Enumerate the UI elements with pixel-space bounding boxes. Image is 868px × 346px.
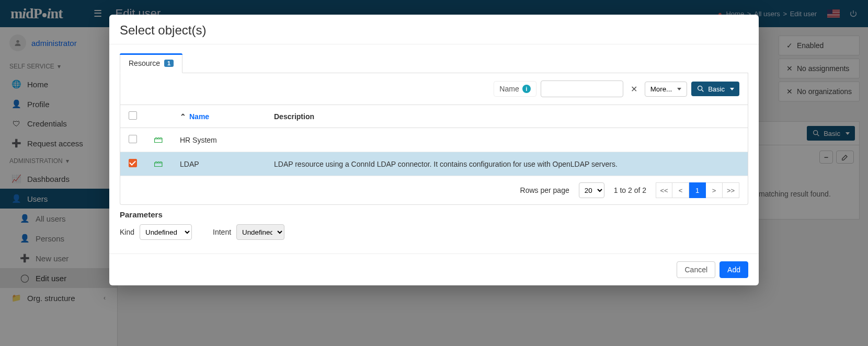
row-name: LDAP [172, 152, 266, 176]
add-button[interactable]: Add [719, 261, 748, 278]
objects-table: ⌃Name Description 🗃 HR System [120, 105, 748, 176]
database-icon: 🗃 [154, 134, 163, 145]
caret-down-icon [730, 88, 734, 90]
search-input[interactable] [541, 80, 623, 97]
sort-asc-icon: ⌃ [180, 112, 186, 121]
pager-last[interactable]: >> [723, 182, 739, 198]
clear-search-button[interactable]: ✕ [627, 82, 641, 96]
search-name-pill[interactable]: Name i [494, 81, 536, 97]
name-label: Name [499, 85, 519, 93]
pager-first[interactable]: << [656, 182, 672, 198]
row-checkbox[interactable] [129, 135, 137, 143]
table-row[interactable]: 🗃 HR System [120, 128, 748, 152]
pager-current[interactable]: 1 [689, 182, 706, 198]
database-icon: 🗃 [154, 158, 163, 169]
more-filters-button[interactable]: More... [645, 82, 687, 97]
pager: << < 1 > >> [656, 182, 739, 198]
range-text: 1 to 2 of 2 [614, 186, 646, 194]
tab-label: Resource [129, 59, 160, 67]
caret-down-icon [677, 88, 681, 90]
intent-select[interactable]: Undefined [236, 224, 284, 240]
intent-label: Intent [213, 228, 231, 236]
modal-title: Select object(s) [109, 15, 759, 44]
table-footer: Rows per page 20 1 to 2 of 2 << < 1 > >> [120, 176, 748, 204]
pager-prev[interactable]: < [672, 182, 689, 198]
row-description: LDAP resource using a ConnId LDAP connec… [266, 152, 748, 176]
parameters-section: Parameters Kind Undefined Intent Undefin… [120, 205, 748, 249]
row-name: HR System [172, 128, 266, 152]
select-all-checkbox[interactable] [129, 111, 137, 120]
kind-label: Kind [120, 228, 134, 236]
column-name[interactable]: Name [189, 112, 209, 121]
table-row[interactable]: 🗃 LDAP LDAP resource using a ConnId LDAP… [120, 152, 748, 176]
tab-resource[interactable]: Resource 1 [120, 53, 182, 73]
column-description: Description [266, 105, 748, 128]
modal-tabs: Resource 1 [120, 53, 748, 73]
rows-per-page-select[interactable]: 20 [579, 182, 604, 198]
tab-badge: 1 [164, 60, 174, 67]
basic-search-button[interactable]: Basic [691, 82, 739, 96]
row-description [266, 128, 748, 152]
kind-select[interactable]: Undefined [140, 224, 192, 240]
rows-per-page-label: Rows per page [520, 186, 569, 194]
pager-next[interactable]: > [706, 182, 723, 198]
cancel-button[interactable]: Cancel [677, 261, 715, 278]
parameters-heading: Parameters [120, 210, 748, 219]
svg-point-2 [698, 86, 702, 90]
row-checkbox[interactable] [129, 159, 137, 167]
select-objects-modal: Select object(s) Resource 1 Name i ✕ [109, 15, 759, 285]
search-bar: Name i ✕ More... Basic [120, 73, 748, 105]
info-icon: i [522, 85, 531, 93]
